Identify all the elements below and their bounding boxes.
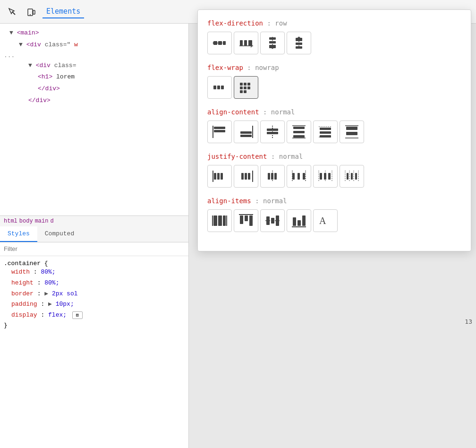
- svg-rect-23: [240, 83, 243, 86]
- svg-rect-71: [320, 173, 322, 180]
- breadcrumb-main[interactable]: main: [35, 218, 49, 224]
- align-items-prop: align-items: [207, 197, 251, 205]
- svg-rect-22: [221, 86, 224, 89]
- align-content-space-between-btn[interactable]: [287, 121, 311, 143]
- flex-wrap-wrap-btn[interactable]: [234, 76, 258, 99]
- expand-main[interactable]: ▼: [9, 29, 13, 36]
- svg-rect-84: [213, 215, 217, 226]
- flex-dir-row-align-btn[interactable]: [234, 32, 258, 54]
- flex-direction-options: [207, 32, 461, 54]
- align-content-start-btn[interactable]: [207, 121, 232, 143]
- justify-space-evenly-btn[interactable]: [340, 165, 364, 188]
- flex-dir-column-btn[interactable]: [260, 32, 285, 54]
- dom-line-div1[interactable]: ▼ <div class=" w: [0, 39, 188, 51]
- svg-rect-51: [346, 132, 357, 135]
- expand-div1[interactable]: ▼: [19, 41, 23, 48]
- justify-content-title: justify-content : normal: [207, 153, 461, 160]
- css-selector[interactable]: .container {: [4, 260, 185, 267]
- dom-line-div2[interactable]: ▼ <div class=: [0, 60, 188, 72]
- expand-padding[interactable]: ▶: [48, 301, 52, 308]
- justify-space-around-btn[interactable]: [313, 165, 338, 188]
- justify-space-between-btn[interactable]: [287, 165, 311, 188]
- tab-elements[interactable]: Elements: [42, 5, 84, 18]
- prop-val-padding: 10px;: [56, 301, 74, 308]
- align-content-stretch-btn[interactable]: [340, 121, 364, 143]
- align-items-value: : normal: [255, 197, 287, 205]
- svg-rect-86: [223, 215, 226, 226]
- svg-rect-30: [244, 90, 246, 93]
- align-items-baseline-btn[interactable]: A: [313, 209, 338, 232]
- flex-wrap-nowrap-btn[interactable]: [207, 76, 232, 99]
- css-prop-padding[interactable]: padding : ▶ 10px;: [4, 299, 185, 310]
- svg-rect-45: [320, 128, 331, 130]
- dom-line-main[interactable]: ▼ <main>: [0, 27, 188, 39]
- align-content-prop: align-content: [207, 108, 259, 116]
- align-items-center-btn[interactable]: [260, 209, 285, 232]
- align-content-end-btn[interactable]: [234, 121, 258, 143]
- tab-computed[interactable]: Computed: [37, 226, 82, 242]
- flex-direction-section: flex-direction : row: [207, 19, 461, 54]
- align-content-title: align-content : normal: [207, 108, 461, 116]
- tag-div1: <div: [26, 41, 41, 48]
- prop-val-height: 80%;: [44, 279, 59, 286]
- css-rule-close: }: [4, 321, 185, 330]
- breadcrumb-body[interactable]: body: [19, 218, 33, 224]
- dom-line-close-div[interactable]: </div>: [0, 83, 188, 95]
- dom-line-h1[interactable]: <h1> lorem: [0, 71, 188, 83]
- inspect-icon[interactable]: [5, 4, 20, 19]
- svg-rect-91: [249, 215, 253, 226]
- filter-input[interactable]: [4, 245, 185, 252]
- justify-content-prop: justify-content: [207, 153, 267, 160]
- ellipsis-line: ...: [0, 51, 188, 60]
- prop-name-height: height: [11, 279, 34, 286]
- css-prop-border[interactable]: border : ▶ 2px sol: [4, 289, 185, 300]
- css-rules: .container { width : 80%; height : 80%; …: [0, 256, 188, 448]
- svg-rect-21: [217, 86, 220, 89]
- css-prop-display[interactable]: display : flex; ⊞: [4, 310, 185, 321]
- prop-colon3: :: [37, 290, 45, 297]
- flex-wrap-section: flex-wrap : nowrap: [207, 64, 461, 99]
- expand-div2[interactable]: ▼: [28, 62, 32, 69]
- css-prop-height[interactable]: height : 80%;: [4, 278, 185, 289]
- flex-dir-column-rev-btn[interactable]: [287, 32, 311, 54]
- svg-rect-42: [293, 135, 305, 138]
- justify-start-btn[interactable]: [207, 165, 232, 188]
- align-items-stretch-btn[interactable]: [207, 209, 232, 232]
- css-prop-width[interactable]: width : 80%;: [4, 267, 185, 278]
- flex-wrap-options: [207, 76, 461, 99]
- align-items-section: align-items : normal: [207, 197, 461, 232]
- svg-rect-31: [214, 127, 225, 129]
- svg-rect-98: [298, 220, 301, 226]
- align-content-section: align-content : normal: [207, 108, 461, 143]
- svg-rect-78: [351, 173, 353, 180]
- prop-name-width: width: [11, 268, 30, 276]
- align-items-end-btn[interactable]: [287, 209, 311, 232]
- dom-panel: ▼ <main> ▼ <div class=" w ... ▼ <div cla…: [0, 24, 189, 448]
- flex-dir-row-btn[interactable]: [207, 32, 232, 54]
- svg-rect-9: [244, 40, 247, 46]
- svg-rect-2: [33, 10, 35, 14]
- breadcrumb-html[interactable]: html: [4, 218, 17, 224]
- prop-colon5: :: [41, 311, 48, 319]
- svg-rect-99: [302, 215, 306, 226]
- justify-center-btn[interactable]: [260, 165, 285, 188]
- device-icon[interactable]: [24, 4, 39, 19]
- svg-rect-85: [218, 215, 222, 226]
- align-content-center-btn[interactable]: [260, 121, 285, 143]
- svg-rect-55: [217, 173, 220, 180]
- svg-rect-60: [248, 173, 250, 180]
- svg-rect-46: [320, 131, 331, 134]
- justify-end-btn[interactable]: [234, 165, 258, 188]
- styles-computed-tabs: Styles Computed: [0, 226, 188, 242]
- dom-line-close-div2[interactable]: </div>: [0, 95, 188, 107]
- svg-rect-54: [214, 173, 216, 180]
- svg-rect-73: [328, 173, 331, 180]
- prop-colon: :: [34, 268, 41, 276]
- flex-icon-toggle[interactable]: ⊞: [72, 311, 83, 319]
- align-content-space-around-btn[interactable]: [313, 121, 338, 143]
- breadcrumb-d[interactable]: d: [50, 218, 53, 224]
- tab-styles[interactable]: Styles: [0, 226, 37, 242]
- tag-close-div: </div>: [38, 85, 60, 92]
- expand-border[interactable]: ▶: [44, 290, 48, 297]
- align-items-start-btn[interactable]: [234, 209, 258, 232]
